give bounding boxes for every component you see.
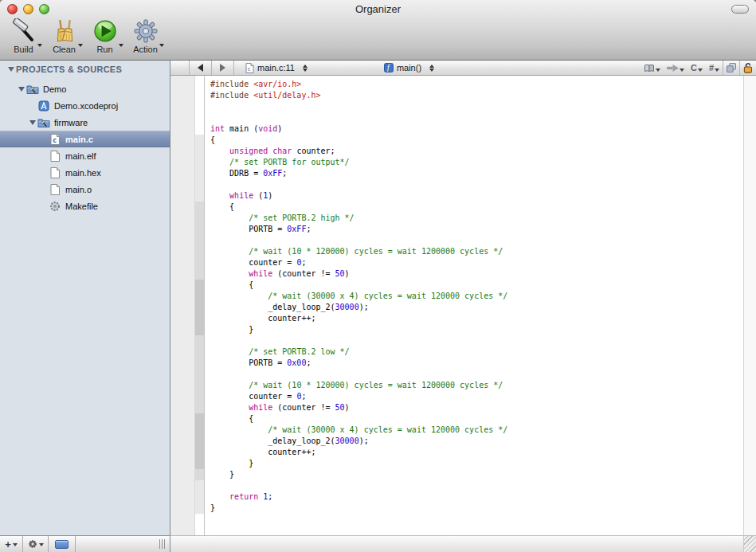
svg-text:c: c bbox=[247, 66, 250, 72]
sidebar-group-header[interactable]: PROJECTS & SOURCES bbox=[0, 61, 170, 77]
build-label: Build bbox=[14, 45, 33, 54]
sidebar-item-main-c[interactable]: cmain.c bbox=[0, 131, 170, 147]
horizontal-scrollbar[interactable] bbox=[170, 535, 756, 552]
sidebar-item-label: main.elf bbox=[65, 151, 96, 161]
add-button[interactable]: + bbox=[0, 536, 23, 552]
sidebar-item-firmware[interactable]: firmware bbox=[0, 114, 170, 131]
xcodeproj-icon bbox=[37, 100, 50, 112]
toolbar: Build bbox=[3, 18, 166, 60]
included-files-menu-button[interactable] bbox=[664, 61, 687, 75]
sidebar-item-label: Makefile bbox=[65, 202, 98, 211]
chevron-down-icon bbox=[715, 69, 719, 72]
action-menu-button[interactable] bbox=[23, 536, 49, 552]
bookmarks-menu-button[interactable] bbox=[640, 61, 664, 75]
run-dropdown-arrow[interactable] bbox=[119, 44, 123, 47]
function-popup[interactable]: f main() bbox=[381, 61, 437, 75]
sidebar-item-main-o[interactable]: main.o bbox=[0, 181, 170, 198]
clean-label: Clean bbox=[53, 45, 76, 54]
c-file-small-icon: c bbox=[245, 63, 254, 73]
run-play-icon bbox=[92, 18, 118, 44]
counterpart-button[interactable] bbox=[723, 61, 739, 75]
sidebar-resize-handle[interactable] bbox=[159, 539, 165, 549]
footer-spacer bbox=[76, 536, 170, 552]
sidebar-item-label: Demo bbox=[43, 84, 66, 94]
source-tree: DemoDemo.xcodeprojfirmwarecmain.cmain.el… bbox=[0, 80, 170, 214]
forward-arrow-icon bbox=[220, 64, 225, 72]
breakpoint-gutter[interactable] bbox=[170, 76, 195, 535]
editor-navigation-bar: c main.c:11 f main() bbox=[170, 61, 756, 76]
plus-icon: + bbox=[5, 538, 11, 550]
file-popup-label: main.c:11 bbox=[257, 63, 295, 72]
c-file-icon: c bbox=[49, 133, 61, 146]
class-c-icon: C bbox=[691, 63, 697, 72]
title-bar[interactable]: Organizer bbox=[0, 0, 756, 18]
sidebar-item-main-elf[interactable]: main.elf bbox=[0, 147, 170, 164]
action-button[interactable]: Action bbox=[125, 18, 166, 58]
editor-body: #include <avr/io.h>#include <util/delay.… bbox=[170, 76, 756, 535]
go-forward-button[interactable] bbox=[212, 61, 233, 75]
hammer-icon bbox=[11, 18, 37, 44]
broom-icon bbox=[52, 18, 77, 44]
toolbar-toggle-button[interactable] bbox=[731, 5, 749, 14]
sidebar-item-demo-xcodeproj[interactable]: Demo.xcodeproj bbox=[0, 97, 170, 114]
chevron-down-icon bbox=[656, 69, 660, 72]
window-chrome: Organizer Build bbox=[0, 0, 756, 61]
makefile-icon bbox=[49, 200, 61, 213]
sidebar: PROJECTS & SOURCES DemoDemo.xcodeprojfir… bbox=[0, 61, 170, 535]
sidebar-item-makefile[interactable]: Makefile bbox=[0, 198, 170, 214]
build-button[interactable]: Build bbox=[3, 18, 44, 58]
window-resize-grip[interactable] bbox=[743, 536, 756, 552]
sidebar-item-label: firmware bbox=[54, 118, 88, 127]
action-label: Action bbox=[133, 45, 158, 54]
file-icon bbox=[49, 150, 61, 162]
sidebar-item-demo[interactable]: Demo bbox=[0, 80, 170, 97]
bookmarks-icon bbox=[644, 64, 655, 72]
run-label: Run bbox=[96, 45, 112, 54]
gear-icon bbox=[133, 18, 159, 44]
disclosure-triangle-icon[interactable] bbox=[27, 120, 37, 125]
organizer-window: Organizer Build bbox=[0, 0, 756, 552]
source-code-view[interactable]: #include <avr/io.h>#include <util/delay.… bbox=[205, 76, 743, 535]
chevron-down-icon bbox=[39, 543, 44, 546]
chevron-down-icon bbox=[13, 543, 18, 546]
class-hierarchy-menu-button[interactable]: C bbox=[687, 61, 706, 75]
include-arrow-icon bbox=[667, 65, 679, 72]
pragma-marks-menu-button[interactable]: # bbox=[706, 61, 723, 75]
action-dropdown-arrow[interactable] bbox=[159, 44, 164, 47]
counterpart-icon bbox=[727, 63, 736, 72]
disclosure-triangle-icon[interactable] bbox=[6, 67, 16, 72]
run-button[interactable]: Run bbox=[84, 18, 125, 58]
function-f-icon: f bbox=[384, 63, 394, 72]
sidebar-group-label: PROJECTS & SOURCES bbox=[16, 65, 122, 74]
file-history-popup[interactable]: c main.c:11 bbox=[242, 61, 311, 75]
file-icon bbox=[49, 166, 61, 179]
lock-icon bbox=[743, 62, 753, 73]
toggle-detail-view-button[interactable] bbox=[49, 536, 76, 552]
project-folder-icon bbox=[37, 116, 50, 129]
gear-small-icon bbox=[28, 539, 37, 549]
editor-pane: c main.c:11 f main() bbox=[170, 61, 756, 535]
go-back-button[interactable] bbox=[190, 61, 211, 75]
sidebar-item-label: Demo.xcodeproj bbox=[54, 101, 118, 111]
file-icon bbox=[49, 183, 61, 196]
build-dropdown-arrow[interactable] bbox=[37, 44, 42, 47]
sidebar-footer-bar: + bbox=[0, 535, 170, 552]
clean-dropdown-arrow[interactable] bbox=[78, 44, 83, 47]
sidebar-item-main-hex[interactable]: main.hex bbox=[0, 164, 170, 181]
disclosure-triangle-icon[interactable] bbox=[16, 87, 26, 92]
vertical-scrollbar[interactable] bbox=[743, 76, 756, 535]
project-folder-icon bbox=[26, 83, 39, 96]
chevron-down-icon bbox=[698, 69, 703, 72]
window-title: Organizer bbox=[0, 3, 756, 15]
sidebar-item-label: main.o bbox=[65, 185, 92, 194]
pragma-hash-icon: # bbox=[709, 63, 714, 72]
panel-icon bbox=[55, 540, 69, 549]
code-folding-ribbon[interactable] bbox=[195, 76, 205, 535]
lock-button[interactable] bbox=[740, 61, 756, 75]
clean-button[interactable]: Clean bbox=[44, 18, 84, 58]
stepper-icon[interactable] bbox=[429, 65, 434, 72]
back-arrow-icon bbox=[198, 64, 203, 72]
sidebar-item-label: main.hex bbox=[65, 168, 101, 178]
stepper-icon[interactable] bbox=[303, 65, 307, 72]
navbar-right-icons: C # bbox=[640, 61, 756, 75]
